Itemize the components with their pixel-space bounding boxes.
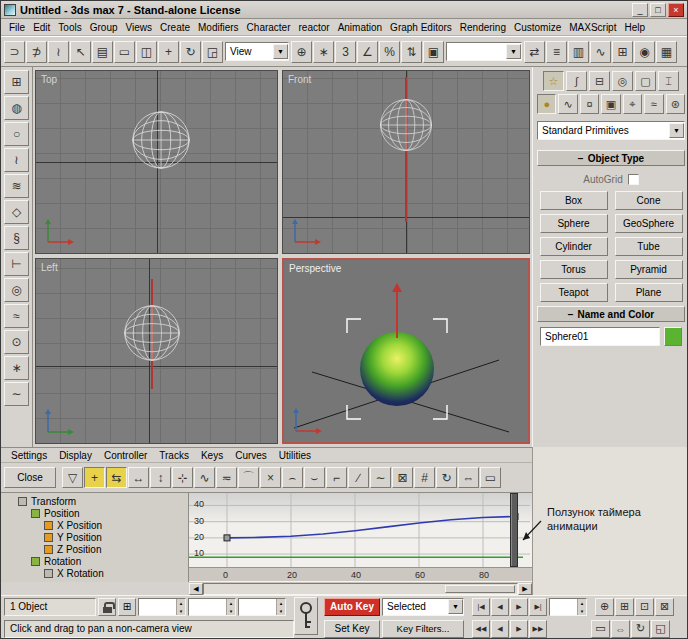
key-filter-dropdown[interactable]: Selected ▼ <box>382 598 464 616</box>
chevron-down-icon[interactable]: ▼ <box>273 44 288 59</box>
next-frame-button[interactable]: ▶ <box>510 620 528 638</box>
helpers-category-icon[interactable]: ⌖ <box>623 94 642 114</box>
viewport-perspective[interactable]: Perspective <box>282 258 530 444</box>
menubar-item[interactable]: reactor <box>295 21 334 34</box>
region-zoom-icon[interactable]: ▭ <box>591 620 610 638</box>
move-keys-icon[interactable]: + <box>84 467 105 488</box>
autogrid-checkbox[interactable] <box>628 174 639 185</box>
object-type-button[interactable]: Torus <box>540 260 608 279</box>
previous-key-button[interactable]: ◀◀ <box>472 620 490 638</box>
zoom-extents-icon[interactable]: ⊡ <box>635 598 654 616</box>
trackview-menu-item[interactable]: Curves <box>229 450 273 461</box>
time-ruler[interactable]: 020406080 <box>189 567 532 582</box>
name-color-rollout-header[interactable]: − Name and Color <box>537 306 685 322</box>
minimize-button[interactable]: _ <box>632 3 648 17</box>
spinner[interactable]: ▴▾ <box>226 599 235 615</box>
object-type-button[interactable]: Box <box>540 191 608 210</box>
wind-icon[interactable]: ≈ <box>4 304 29 328</box>
track-z-position[interactable]: Z Position <box>1 543 188 555</box>
z-coordinate-field[interactable]: ▴▾ <box>238 598 286 616</box>
shapes-category-icon[interactable]: ∿ <box>558 94 577 114</box>
display-tab-icon[interactable]: ▢ <box>635 71 656 91</box>
mirror-icon[interactable]: ⇄ <box>524 41 545 63</box>
trackview-menu-item[interactable]: Display <box>53 450 98 461</box>
tangents-linear-icon[interactable]: ∕ <box>348 467 369 488</box>
menubar-item[interactable]: Rendering <box>456 21 510 34</box>
spinner[interactable]: ▴▾ <box>276 599 285 615</box>
object-type-button[interactable]: Cone <box>615 191 683 210</box>
sphere-wireframe[interactable] <box>378 97 434 153</box>
tangents-auto-icon[interactable]: ⌒ <box>238 467 259 488</box>
object-type-button[interactable]: Cylinder <box>540 237 608 256</box>
motor-icon[interactable]: ◎ <box>4 278 29 302</box>
render-scene-icon[interactable]: ▦ <box>656 41 677 63</box>
object-type-button[interactable]: Teapot <box>540 283 608 302</box>
select-object-icon[interactable]: ↖ <box>70 41 91 63</box>
object-type-button[interactable]: Tube <box>615 237 683 256</box>
object-name-input[interactable]: Sphere01 <box>540 327 660 346</box>
menubar-item[interactable]: Create <box>156 21 194 34</box>
object-type-button[interactable]: Plane <box>615 283 683 302</box>
menubar-item[interactable]: Views <box>122 21 157 34</box>
spring-icon[interactable]: § <box>4 226 29 250</box>
fracture-icon[interactable]: ∗ <box>4 356 29 380</box>
track-transform[interactable]: Transform <box>1 495 188 507</box>
trackview-menu-item[interactable]: Settings <box>5 450 53 461</box>
menubar-item[interactable]: Tools <box>54 21 85 34</box>
zoom-extents-all-icon[interactable]: ⊠ <box>655 598 674 616</box>
curve-editor-icon[interactable]: ∿ <box>590 41 611 63</box>
lock-selection-icon[interactable]: ⊠ <box>392 467 413 488</box>
track-x-rotation[interactable]: X Rotation <box>1 567 188 579</box>
systems-category-icon[interactable]: ⊛ <box>666 94 685 114</box>
select-and-scale-icon[interactable]: ◲ <box>202 41 223 63</box>
track-rotation[interactable]: Rotation <box>1 555 188 567</box>
menubar-item[interactable]: Animation <box>334 21 386 34</box>
viewport-front-label[interactable]: Front <box>288 74 311 85</box>
pan-view-icon[interactable]: ⇔ <box>611 620 630 638</box>
use-pivot-point-icon[interactable]: ⊕ <box>291 41 312 63</box>
parameter-out-of-range-icon[interactable]: ↻ <box>436 467 457 488</box>
cloth-collection-icon[interactable]: ◍ <box>4 96 29 120</box>
tangents-step-icon[interactable]: ⌐ <box>326 467 347 488</box>
menubar-item[interactable]: Group <box>86 21 122 34</box>
window-crossing-icon[interactable]: ◫ <box>136 41 157 63</box>
geometry-category-icon[interactable]: ● <box>537 94 556 114</box>
menubar-item[interactable]: Edit <box>29 21 54 34</box>
current-frame-field[interactable]: ▴▾ <box>549 598 587 616</box>
close-button[interactable]: × <box>668 3 684 17</box>
object-type-rollout-header[interactable]: − Object Type <box>537 150 685 166</box>
tangents-custom-icon[interactable]: × <box>260 467 281 488</box>
trackview-scrollbar[interactable]: ◀ ▶ <box>189 581 532 595</box>
snap-toggle-icon[interactable]: 3 <box>335 41 356 63</box>
zoom-all-icon[interactable]: ⊞ <box>615 598 634 616</box>
zoom-icon[interactable]: ⊕ <box>595 598 614 616</box>
rope-collection-icon[interactable]: ≀ <box>4 148 29 172</box>
menubar-item[interactable]: Customize <box>510 21 565 34</box>
track-y-position[interactable]: Y Position <box>1 531 188 543</box>
tangents-smooth-icon[interactable]: ∼ <box>370 467 391 488</box>
toy-car-icon[interactable]: ⊙ <box>4 330 29 354</box>
snap-frames-icon[interactable]: # <box>414 467 435 488</box>
go-to-start-button[interactable]: |◀ <box>472 598 490 616</box>
scrollbar-thumb[interactable] <box>445 585 515 593</box>
named-selection-dropdown[interactable]: ▼ <box>446 42 522 61</box>
viewport-left-label[interactable]: Left <box>41 262 58 273</box>
absolute-mode-toggle[interactable]: ⊞ <box>118 598 136 616</box>
menubar-item[interactable]: Modifiers <box>194 21 243 34</box>
hierarchy-tab-icon[interactable]: ⊟ <box>589 71 610 91</box>
reference-coordinate-dropdown[interactable]: View ▼ <box>225 42 289 61</box>
close-button[interactable]: Close <box>4 467 56 488</box>
menubar-item[interactable]: Character <box>243 21 295 34</box>
modify-tab-icon[interactable]: ∫ <box>566 71 587 91</box>
scale-values-icon[interactable]: ↕ <box>150 467 171 488</box>
chevron-down-icon[interactable]: ▼ <box>506 44 521 59</box>
plane-icon[interactable]: ◇ <box>4 200 29 224</box>
select-and-move-icon[interactable]: + <box>158 41 179 63</box>
soft-body-collection-icon[interactable]: ○ <box>4 122 29 146</box>
trackview-menu-item[interactable]: Controller <box>98 450 153 461</box>
viewport-perspective-label[interactable]: Perspective <box>289 263 341 274</box>
track-x-position[interactable]: X Position <box>1 519 188 531</box>
trackview-menu-item[interactable]: Keys <box>195 450 229 461</box>
scroll-left-icon[interactable]: ◀ <box>189 583 203 595</box>
set-key-mode-button[interactable] <box>294 597 318 635</box>
